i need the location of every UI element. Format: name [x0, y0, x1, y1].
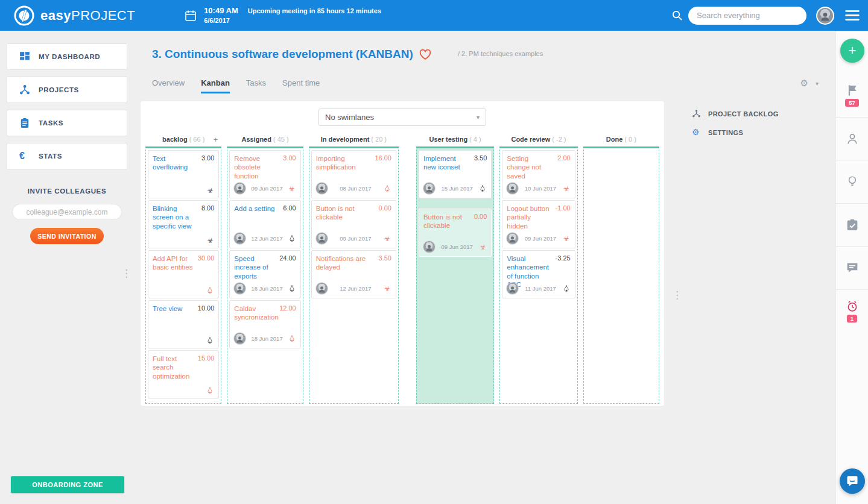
- sidebar-item-tasks[interactable]: TASKS: [7, 110, 127, 136]
- kanban-card[interactable]: Remove obsolete function3.0009 Jun 2017☣: [229, 150, 300, 198]
- card-value: 6.00: [283, 204, 296, 212]
- swimlanes-dropdown[interactable]: No swimlanes ▾: [318, 109, 486, 126]
- search-icon[interactable]: [671, 10, 683, 21]
- kanban-card-dragging[interactable]: Button is not clickable0.0009 Jun 2017☣: [419, 209, 492, 257]
- priority-biohazard-icon: ☣: [383, 235, 391, 243]
- toolbar-item-flag[interactable]: 57: [836, 74, 868, 118]
- favorite-heart-icon[interactable]: [419, 49, 431, 60]
- kanban-card[interactable]: Caldav syncronization12.0018 Jun 2017: [229, 300, 300, 348]
- backlog-network-icon: [692, 109, 701, 118]
- assignee-avatar: [233, 232, 246, 245]
- add-card-button[interactable]: +: [214, 135, 218, 144]
- due-date: 12 Jun 2017: [246, 235, 287, 242]
- column-name: Done: [606, 136, 623, 143]
- toolbar-item-tasks-check[interactable]: [836, 204, 868, 247]
- kanban-card[interactable]: Visual enhancement of function ABC-3.251…: [502, 250, 575, 298]
- card-value: 24.00: [279, 254, 296, 262]
- assignee-avatar: [423, 241, 436, 253]
- calendar-icon[interactable]: [185, 10, 197, 22]
- column-header: User testing( 4 ): [416, 131, 494, 146]
- tab-overview[interactable]: Overview: [152, 78, 185, 93]
- column-body: Remove obsolete function3.0009 Jun 2017☣…: [227, 146, 303, 404]
- kanban-card[interactable]: Implement new iconset3.5015 Jun 2017: [419, 150, 492, 198]
- search-input[interactable]: [688, 7, 806, 25]
- kanban-card[interactable]: Tree view10.00: [148, 300, 219, 348]
- lightbulb-icon: [846, 175, 858, 187]
- board-settings-gear-icon[interactable]: ⚙: [800, 78, 808, 89]
- invite-email-field[interactable]: [12, 204, 122, 220]
- easyproject-logo[interactable]: easyPROJECT: [13, 5, 135, 27]
- column-header: Assigned( 45 ): [227, 131, 303, 146]
- kanban-card[interactable]: Full text search optimization15.00: [148, 350, 219, 398]
- sidebar-resize-handle[interactable]: ⋮: [119, 266, 134, 281]
- side-menu-item-project-backlog[interactable]: PROJECT BACKLOG: [692, 104, 779, 123]
- side-menu-label: SETTINGS: [708, 129, 743, 136]
- kanban-card[interactable]: Logout button partially hidden-1.0009 Ju…: [502, 200, 575, 248]
- kanban-card[interactable]: Add a setting6.0012 Jun 2017: [229, 200, 300, 248]
- send-invitation-button[interactable]: SEND INVITATION: [30, 228, 104, 244]
- due-date: 16 Jun 2017: [246, 285, 287, 292]
- settings-gear-icon: ⚙: [692, 128, 701, 137]
- board-resize-handle[interactable]: ⋮: [672, 289, 682, 301]
- sidebar-item-my-dashboard[interactable]: MY DASHBOARD: [7, 43, 127, 70]
- page-title: 3. Continuous software development (KANB…: [152, 48, 413, 61]
- due-date: 18 Jun 2017: [246, 335, 287, 342]
- card-title: Speed increase of exports: [234, 254, 279, 280]
- kanban-card[interactable]: Add API for basic entities30.00: [148, 250, 219, 298]
- due-date: 09 Jun 2017: [519, 235, 562, 242]
- assignee-avatar: [506, 282, 519, 295]
- notification-badge: 1: [847, 315, 857, 323]
- tab-kanban[interactable]: Kanban: [201, 78, 230, 93]
- kanban-card[interactable]: Blinking screen on a specific view8.00☣: [148, 200, 219, 248]
- toolbar-item-chat[interactable]: [836, 247, 868, 290]
- due-date: 09 Jun 2017: [436, 244, 478, 250]
- due-date: 11 Jun 2017: [519, 285, 562, 292]
- projects-network-icon: [19, 84, 30, 95]
- user-avatar[interactable]: [816, 7, 834, 25]
- priority-biohazard-icon: ☣: [206, 186, 214, 195]
- kanban-card[interactable]: Button is not clickable0.0009 Jun 2017☣: [311, 200, 396, 248]
- sidebar-item-label: TASKS: [39, 119, 63, 127]
- kanban-card[interactable]: Text overflowing3.00☣: [148, 150, 219, 198]
- current-time: 10:49 AM: [204, 6, 238, 16]
- due-date: 15 Jun 2017: [436, 185, 478, 192]
- kanban-card[interactable]: Setting change not saved2.0010 Jun 2017☣: [502, 150, 575, 198]
- alarm-icon: [846, 300, 858, 312]
- sidebar-item-stats[interactable]: €STATS: [7, 143, 127, 169]
- toolbar-item-alarm[interactable]: 1: [836, 290, 868, 333]
- card-title: Blinking screen on a specific view: [153, 204, 197, 230]
- card-title: Setting change not saved: [507, 154, 553, 180]
- column-count: ( 0 ): [624, 136, 636, 143]
- column-header: Done( 0 ): [583, 131, 659, 146]
- breadcrumb[interactable]: / 2. PM techniques examples: [458, 50, 543, 57]
- tab-tasks[interactable]: Tasks: [246, 78, 266, 93]
- sidebar-item-projects[interactable]: PROJECTS: [7, 77, 127, 103]
- card-value: 0.00: [474, 213, 487, 220]
- support-chat-button[interactable]: [840, 468, 865, 494]
- kanban-column-assigned: Assigned( 45 )Remove obsolete function3.…: [227, 131, 303, 404]
- tab-spent-time[interactable]: Spent time: [282, 78, 320, 93]
- card-title: Remove obsolete function: [234, 154, 279, 180]
- kanban-card[interactable]: Importing simplification16.0008 Jun 2017: [311, 150, 396, 198]
- invite-colleagues-section: INVITE COLLEAGUES SEND INVITATION: [0, 187, 134, 244]
- priority-flame-icon: [383, 184, 391, 193]
- column-name: backlog: [162, 136, 188, 143]
- hamburger-menu-icon[interactable]: [845, 10, 860, 20]
- kanban-card[interactable]: Notifications are delayed3.5012 Jun 2017…: [311, 250, 396, 298]
- column-name: In development: [321, 136, 370, 143]
- onboarding-zone-button[interactable]: ONBOARDING ZONE: [11, 476, 124, 493]
- toolbar-item-lightbulb[interactable]: [836, 160, 868, 204]
- quick-add-button[interactable]: +: [840, 39, 864, 63]
- kanban-column-user-testing: User testing( 4 )Implement new iconset3.…: [416, 131, 494, 404]
- kanban-card[interactable]: Speed increase of exports24.0016 Jun 201…: [229, 250, 300, 298]
- toolbar-item-person[interactable]: [836, 118, 868, 161]
- side-menu-item-settings[interactable]: ⚙SETTINGS: [692, 123, 779, 142]
- sidebar-item-label: PROJECTS: [39, 86, 79, 93]
- board-options-caret-icon[interactable]: ▾: [816, 80, 819, 87]
- kanban-column-code-review: Code review( -2 )Setting change not save…: [499, 131, 577, 404]
- meeting-notice[interactable]: Upcoming meeting in 85 hours 12 minutes: [248, 7, 381, 14]
- due-date: 09 Jun 2017: [246, 185, 287, 192]
- kanban-column-done: Done( 0 ): [583, 131, 659, 404]
- assignee-avatar: [233, 282, 246, 295]
- due-date: 09 Jun 2017: [328, 235, 383, 242]
